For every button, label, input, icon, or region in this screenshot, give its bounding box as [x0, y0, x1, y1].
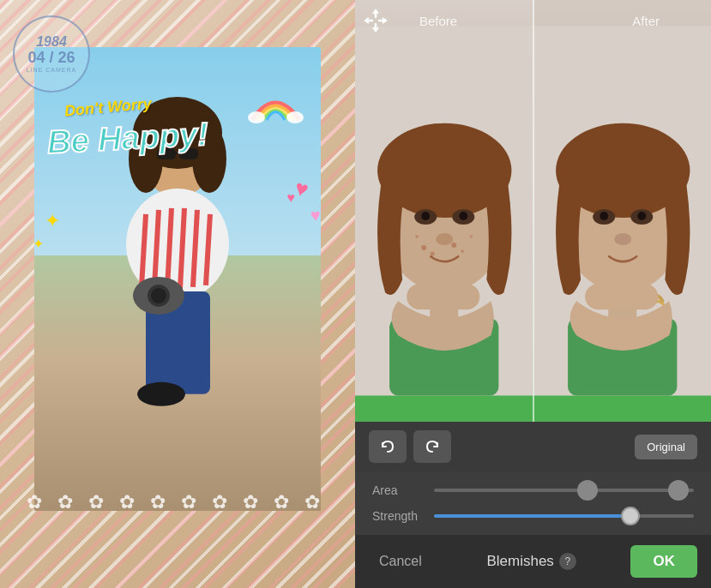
- after-label: After: [632, 14, 660, 28]
- svg-point-34: [451, 243, 456, 248]
- star-sticker-1: ✦: [45, 210, 60, 232]
- area-thumb[interactable]: [668, 480, 689, 501]
- flower-5: ✿: [150, 491, 174, 515]
- flower-8: ✿: [243, 491, 267, 515]
- area-slider[interactable]: [434, 489, 694, 492]
- stamp-date: 04 / 26: [27, 49, 75, 68]
- face-after-svg: [533, 0, 712, 422]
- svg-rect-38: [407, 284, 479, 309]
- left-panel: 1984 04 / 26 LINE CAMERA Don't Worry Be …: [0, 0, 355, 588]
- move-icon[interactable]: [364, 9, 388, 38]
- strength-label: Strength: [372, 509, 434, 523]
- flower-1: ✿: [27, 491, 51, 515]
- photo-before: [355, 0, 533, 422]
- strength-thumb[interactable]: [621, 507, 640, 525]
- svg-point-32: [421, 245, 426, 250]
- flower-2: ✿: [57, 491, 81, 515]
- svg-point-48: [614, 233, 631, 245]
- tool-buttons: [369, 430, 451, 463]
- help-icon[interactable]: ?: [559, 553, 576, 570]
- flower-9: ✿: [274, 491, 298, 515]
- stamp-text: LINE CAMERA: [27, 67, 76, 73]
- before-label: Before: [419, 14, 457, 28]
- flower-6: ✿: [181, 491, 205, 515]
- flower-7: ✿: [212, 491, 236, 515]
- svg-point-46: [600, 212, 608, 220]
- strength-slider[interactable]: [434, 514, 694, 518]
- star-sticker-2: ✦: [33, 236, 44, 252]
- stamp-sticker: 1984 04 / 26 LINE CAMERA: [13, 15, 90, 93]
- flower-4: ✿: [119, 491, 143, 515]
- toolbar: Original: [355, 422, 711, 471]
- ok-button[interactable]: OK: [630, 545, 697, 578]
- svg-point-29: [421, 212, 430, 220]
- blemishes-label: Blemishes: [486, 553, 553, 570]
- svg-rect-49: [585, 284, 658, 309]
- photo-comparison-area: Before After: [355, 0, 711, 422]
- blemishes-title-group: Blemishes ?: [486, 553, 575, 570]
- undo-button[interactable]: [369, 430, 407, 463]
- action-bar: Cancel Blemishes ? OK: [355, 535, 711, 588]
- redo-button[interactable]: [413, 430, 451, 463]
- svg-point-37: [469, 235, 473, 238]
- right-panel: Before After: [355, 0, 711, 588]
- svg-point-20: [151, 288, 166, 303]
- strength-control-row: Strength: [372, 509, 694, 523]
- flowers-stickers: ✿ ✿ ✿ ✿ ✿ ✿ ✿ ✿ ✿ ✿: [17, 491, 338, 515]
- face-before-svg: [355, 0, 533, 422]
- cancel-button[interactable]: Cancel: [369, 547, 432, 576]
- stamp-year: 1984: [36, 35, 67, 49]
- rainbow-sticker: [248, 81, 304, 128]
- svg-point-0: [248, 111, 265, 123]
- svg-point-1: [286, 111, 304, 123]
- area-label: Area: [372, 483, 434, 497]
- face-after-bg: [533, 0, 712, 422]
- flower-10: ✿: [304, 491, 328, 515]
- svg-point-33: [431, 252, 435, 256]
- area-thumb-mid[interactable]: [577, 480, 598, 501]
- split-divider: [533, 0, 534, 422]
- svg-point-31: [436, 233, 453, 245]
- original-button[interactable]: Original: [635, 435, 697, 459]
- flower-3: ✿: [88, 491, 112, 515]
- face-before-bg: [355, 0, 533, 422]
- controls-panel: Area Strength: [355, 471, 711, 535]
- svg-point-47: [637, 212, 646, 220]
- area-control-row: Area: [372, 483, 694, 497]
- photo-after: [533, 0, 712, 422]
- heart-sticker-2: ♥: [310, 206, 322, 226]
- heart-sticker-3: ♥: [287, 190, 296, 206]
- svg-point-30: [459, 212, 467, 220]
- svg-point-35: [461, 249, 464, 253]
- svg-point-21: [137, 382, 185, 406]
- svg-point-36: [415, 235, 419, 238]
